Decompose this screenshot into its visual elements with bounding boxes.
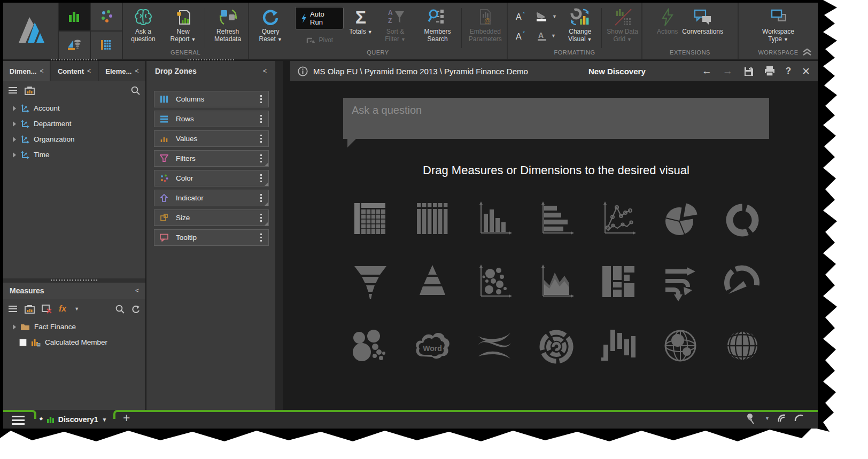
visual-bubble-scatter-chart[interactable] [474,262,515,302]
search-icon[interactable] [115,305,125,314]
conversations-button[interactable]: Conversations [680,5,725,49]
tree-item-calculated-member[interactable]: Calculated Member [3,334,145,350]
panel-grip[interactable] [51,59,98,60]
briefcase-chart-icon[interactable] [25,305,35,314]
collapse-icon[interactable]: < [263,67,267,75]
drop-zone-size[interactable]: Size [154,209,269,226]
module-discover-button[interactable] [59,3,90,30]
close-button[interactable]: ✕ [802,65,810,77]
expand-caret-icon[interactable] [13,121,16,127]
visual-gauge-chart[interactable] [722,262,763,302]
kebab-menu-icon[interactable] [258,172,264,184]
totals-button[interactable]: Σ Totals▼ [347,5,374,49]
back-button[interactable]: ← [702,65,712,77]
visual-point-line-chart[interactable] [598,199,639,239]
embedded-parameters-button[interactable]: @ Embedded Parameters [464,5,507,49]
visual-geo-bubble-map[interactable] [660,325,701,366]
visual-waterfall-chart[interactable] [598,325,639,366]
collapse-icon[interactable]: < [135,67,138,75]
info-icon[interactable] [298,66,308,76]
expand-caret-icon[interactable] [13,137,16,142]
visual-funnel-chart[interactable] [350,262,391,302]
dropdown-caret-icon[interactable]: ▼ [74,306,79,312]
help-button[interactable]: ? [786,66,791,76]
drop-zone-rows[interactable]: Rows [154,111,269,127]
refresh-metadata-button[interactable]: Refresh Metadata [207,5,248,49]
tab-content[interactable]: Content< [51,61,97,81]
font-color-button[interactable]: A ▼ [537,30,556,41]
collapse-ribbon-button[interactable] [802,48,812,58]
forward-button[interactable]: → [723,65,733,77]
drop-zone-values[interactable]: Values [154,130,269,147]
checkbox[interactable] [19,339,27,346]
collapse-icon[interactable]: < [135,287,139,294]
kebab-menu-icon[interactable] [258,231,264,244]
refresh-icon[interactable] [131,305,140,314]
visual-sunburst-chart[interactable] [536,325,577,366]
ask-a-question-button[interactable]: Ask a question [123,5,164,49]
visual-matrix-grid[interactable] [412,199,453,239]
collapse-icon[interactable]: < [87,67,91,75]
visual-globe-map[interactable] [722,325,763,366]
shrink-font-button[interactable]: A [515,30,526,41]
new-report-button[interactable]: New Report▼ [164,5,203,49]
visual-stream-graph[interactable] [474,325,515,366]
visual-flow-arrows-chart[interactable] [660,262,701,302]
expand-caret-icon[interactable] [13,152,16,158]
tree-item-fact-finance[interactable]: Fact Finance [3,319,145,334]
module-formulate-button[interactable] [59,32,90,59]
tree-item-organization[interactable]: Organization [3,131,145,147]
visual-area-chart[interactable] [536,262,577,302]
visual-bar-chart[interactable] [536,199,577,239]
visual-data-grid[interactable] [350,199,391,239]
format-painter-button[interactable]: ▼ [536,11,557,22]
kebab-menu-icon[interactable] [258,93,264,105]
history-icon[interactable] [794,414,804,423]
show-data-grid-button[interactable]: Show Data Grid▼ [603,5,641,49]
workspace-type-button[interactable]: Workspace Type▼ [755,5,801,49]
add-tab-button[interactable]: + [123,411,130,425]
visual-packed-bubbles-chart[interactable] [350,325,391,366]
print-button[interactable] [764,66,775,76]
visual-treemap-chart[interactable] [598,262,639,302]
visual-column-chart[interactable] [474,199,515,239]
target-icon[interactable] [777,414,787,423]
drop-zone-indicator[interactable]: Indicator [154,190,269,206]
visual-pyramid-chart[interactable] [412,262,453,302]
list-view-icon[interactable] [9,87,18,95]
module-tabulate-button[interactable] [91,32,122,59]
tree-item-account[interactable]: Account [3,100,145,116]
panel-grip[interactable] [51,279,98,281]
module-present-button[interactable] [91,3,122,30]
drop-zone-tooltip[interactable]: Tooltip [154,229,269,246]
discovery-tab[interactable]: * Discovery1 ▼ [40,411,107,427]
tab-dimensions[interactable]: Dimen...< [3,61,50,81]
actions-button[interactable]: Actions [655,5,680,49]
briefcase-chart-icon[interactable] [25,86,35,95]
pivot-button[interactable]: Pivot [306,36,333,44]
kebab-menu-icon[interactable] [258,192,264,204]
formula-fx-icon[interactable]: fx [59,304,66,314]
panel-grip[interactable] [188,59,235,60]
drop-zone-columns[interactable]: Columns [154,91,269,107]
tree-item-department[interactable]: Department [3,116,145,131]
clear-selection-icon[interactable] [42,305,52,314]
expand-caret-icon[interactable] [13,106,16,111]
kebab-menu-icon[interactable] [258,113,264,125]
sort-filter-button[interactable]: AZ Sort & Filter▼ [375,5,416,49]
visual-word-cloud[interactable]: Word [412,325,453,366]
change-visual-button[interactable]: Change Visual▼ [561,5,599,49]
ask-question-input[interactable] [343,98,769,139]
list-view-icon[interactable] [9,305,18,313]
grow-font-button[interactable]: A [515,11,526,22]
kebab-menu-icon[interactable] [258,212,264,224]
query-reset-button[interactable]: Query Reset▼ [249,5,292,49]
tab-elements[interactable]: Eleme...< [99,61,145,81]
members-search-button[interactable]: Members Search [416,5,459,49]
auto-run-toggle[interactable]: Auto Run [295,7,344,29]
tree-item-time[interactable]: Time [3,147,145,162]
save-button[interactable] [743,66,754,76]
drop-zone-filters[interactable]: Filters [154,150,269,167]
pin-icon[interactable] [746,413,756,424]
hamburger-menu-button[interactable] [12,416,25,425]
